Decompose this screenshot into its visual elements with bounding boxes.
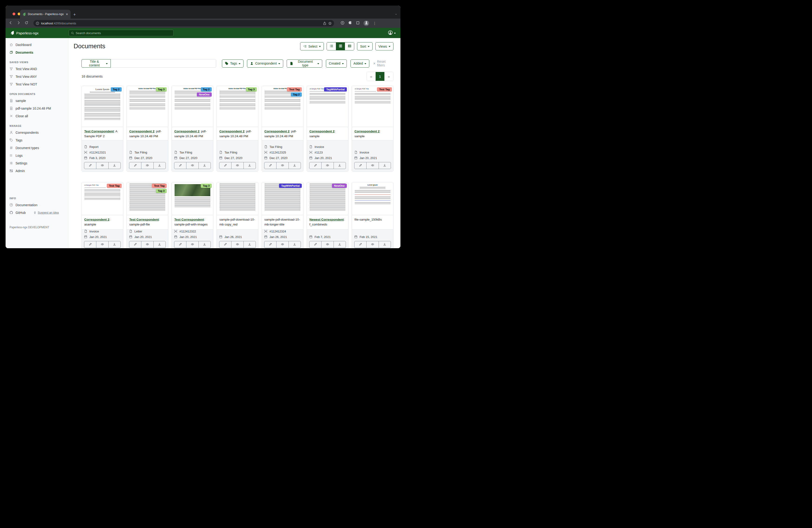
- extension-icon[interactable]: [340, 21, 345, 26]
- correspondent-link[interactable]: Correspondent 2: [129, 130, 154, 133]
- download-button[interactable]: [289, 162, 301, 169]
- new-tab-button[interactable]: +: [73, 13, 76, 17]
- sidebar-item-open-doc-sample[interactable]: sample: [5, 97, 68, 104]
- document-card[interactable]: NewOne Newest Correspondent: f_combineds…: [307, 182, 348, 248]
- tag-badge[interactable]: Tag 3: [156, 87, 167, 91]
- download-button[interactable]: [199, 241, 211, 248]
- filter-field-dropdown[interactable]: Title & content: [82, 59, 111, 68]
- browser-tab[interactable]: Documents - Paperless-ngx ✕: [20, 10, 71, 18]
- edit-button[interactable]: [129, 241, 141, 248]
- view-button[interactable]: [366, 241, 378, 248]
- correspondent-link[interactable]: Test Correspondent: [84, 130, 114, 133]
- document-preview[interactable]: Tag 2NewOne Adobe Acrobat PDF Files: [172, 86, 213, 127]
- download-button[interactable]: [334, 241, 346, 248]
- document-preview[interactable]: Tag 2 Lorem Ipsum: [82, 86, 123, 127]
- sidebar-item-settings[interactable]: Settings: [5, 159, 68, 167]
- view-button[interactable]: [141, 162, 153, 169]
- created-filter-button[interactable]: Created: [326, 59, 347, 68]
- bookmark-star-icon[interactable]: [328, 22, 332, 25]
- document-type-filter-button[interactable]: Document type: [287, 59, 322, 68]
- tag-badge[interactable]: NewOne: [332, 184, 347, 188]
- sidebar-item-documents[interactable]: Documents: [5, 48, 68, 56]
- views-button[interactable]: Views: [375, 42, 393, 51]
- correspondent-link[interactable]: Test Correspondent: [174, 218, 204, 221]
- tag-badge[interactable]: Tag 2: [111, 87, 122, 91]
- select-button[interactable]: Select: [300, 42, 324, 51]
- sidebar-item-admin[interactable]: Admin: [5, 167, 68, 175]
- extensions-puzzle-icon[interactable]: [348, 21, 352, 26]
- search-input[interactable]: [76, 31, 171, 35]
- document-card[interactable]: Tag 3 Test Correspondent: sample-pdf-wit…: [172, 182, 213, 248]
- download-button[interactable]: [108, 162, 120, 169]
- edit-button[interactable]: [174, 241, 186, 248]
- site-info-icon[interactable]: [36, 22, 39, 25]
- correspondent-link[interactable]: Correspondent 2: [309, 130, 334, 133]
- view-button[interactable]: [366, 162, 378, 169]
- tag-badge[interactable]: Test Tag: [287, 87, 302, 91]
- sidebar-item-logs[interactable]: Logs: [5, 152, 68, 159]
- pagination-page-1[interactable]: 1: [376, 72, 385, 81]
- sidebar-item-tags[interactable]: Tags: [5, 136, 68, 144]
- edit-button[interactable]: [264, 241, 276, 248]
- view-mode-detail-button[interactable]: [345, 42, 354, 50]
- tag-badge[interactable]: TagWithPartial: [324, 87, 347, 91]
- download-button[interactable]: [379, 241, 391, 248]
- download-button[interactable]: [154, 241, 165, 248]
- edit-button[interactable]: [84, 241, 96, 248]
- view-button[interactable]: [186, 241, 198, 248]
- document-card[interactable]: Tag 3 Adobe Acrobat PDF Files Correspond…: [127, 86, 168, 172]
- document-preview[interactable]: TagWithPartial A Simple PDF File: [307, 86, 348, 127]
- document-card[interactable]: Tag 2NewOne Adobe Acrobat PDF Files Corr…: [172, 86, 213, 172]
- view-button[interactable]: [231, 241, 243, 248]
- edit-button[interactable]: [354, 162, 366, 169]
- share-icon[interactable]: [323, 22, 327, 25]
- edit-button[interactable]: [219, 241, 231, 248]
- tab-search-chevron-icon[interactable]: ⌄: [395, 12, 397, 15]
- document-preview[interactable]: Tag 3 Adobe Acrobat PDF Files: [217, 86, 258, 127]
- document-preview[interactable]: [217, 182, 258, 215]
- tag-badge[interactable]: Test Tag: [107, 184, 122, 188]
- sidebar-item-test-view-not[interactable]: Test View NOT: [5, 80, 68, 88]
- document-card[interactable]: Tag 2 Lorem Ipsum Test Correspondent: A …: [82, 86, 123, 172]
- edit-button[interactable]: [219, 162, 231, 169]
- view-button[interactable]: [276, 162, 288, 169]
- edit-button[interactable]: [174, 162, 186, 169]
- view-button[interactable]: [186, 162, 198, 169]
- edit-button[interactable]: [264, 162, 276, 169]
- sidebar-item-dashboard[interactable]: Dashboard: [5, 41, 68, 48]
- sidebar-item-test-view-any[interactable]: Test View ANY: [5, 73, 68, 80]
- view-mode-grid-button[interactable]: [336, 42, 345, 50]
- tag-badge[interactable]: Tag 2: [201, 87, 212, 91]
- edit-button[interactable]: [309, 162, 321, 169]
- forward-button[interactable]: [16, 21, 21, 26]
- view-button[interactable]: [321, 162, 333, 169]
- download-button[interactable]: [244, 241, 256, 248]
- document-card[interactable]: TagWithPartial A Simple PDF File Corresp…: [307, 86, 348, 172]
- close-window-button[interactable]: [13, 13, 15, 15]
- correspondent-filter-button[interactable]: Correspondent: [247, 59, 283, 68]
- download-button[interactable]: [244, 162, 256, 169]
- global-search[interactable]: [69, 30, 174, 36]
- document-card[interactable]: Tag 3 Adobe Acrobat PDF Files Correspond…: [217, 86, 258, 172]
- view-mode-list-button[interactable]: [327, 42, 336, 50]
- filter-text-input[interactable]: [111, 59, 216, 68]
- document-card[interactable]: sample-pdf-download-10-mb copy_red Jan 2…: [217, 182, 258, 248]
- view-button[interactable]: [96, 241, 108, 248]
- sidebar-item-documentation[interactable]: Documentation: [5, 201, 68, 209]
- document-preview[interactable]: Test Tag A Simple PDF File: [82, 182, 123, 215]
- document-preview[interactable]: Tag 3 Adobe Acrobat PDF Files: [127, 86, 168, 127]
- correspondent-link[interactable]: Test Correspondent: [129, 218, 159, 221]
- tag-badge[interactable]: Tag 3: [246, 87, 257, 91]
- document-preview[interactable]: NewOne: [307, 182, 348, 215]
- document-card[interactable]: Lorem ipsum file-sample_150kBs Feb 15, 2…: [352, 182, 393, 248]
- edit-button[interactable]: [309, 241, 321, 248]
- tag-badge[interactable]: Tag 2: [291, 92, 302, 97]
- sort-button[interactable]: Sort: [357, 42, 373, 51]
- user-menu[interactable]: [388, 30, 396, 36]
- tag-badge[interactable]: TagWithPartial: [279, 184, 302, 188]
- correspondent-link[interactable]: Correspondent 2: [174, 130, 199, 133]
- browser-profile-avatar[interactable]: [363, 20, 369, 26]
- view-button[interactable]: [231, 162, 243, 169]
- back-button[interactable]: [8, 21, 13, 26]
- sidebar-item-document-types[interactable]: Document types: [5, 144, 68, 152]
